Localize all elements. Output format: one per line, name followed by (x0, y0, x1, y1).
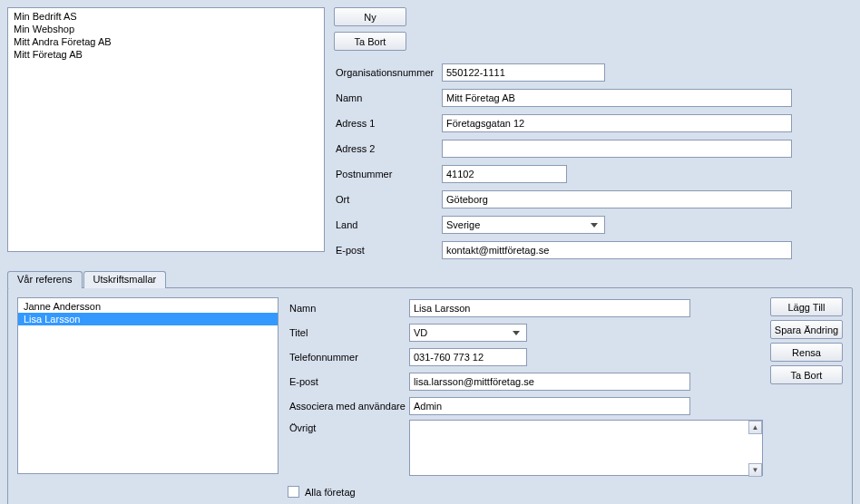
namn-input[interactable] (442, 89, 792, 107)
chevron-down-icon (513, 331, 520, 335)
label-epost: E-post (334, 245, 438, 256)
company-listbox[interactable]: Min Bedrift AS Min Webshop Mitt Andra Fö… (7, 7, 325, 252)
lagg-till-button[interactable]: Lägg Till (770, 297, 843, 316)
tab-var-referens[interactable]: Vår referens (7, 271, 83, 288)
rensa-button[interactable]: Rensa (770, 343, 843, 362)
reference-buttons: Lägg Till Spara Ändring Rensa Ta Bort (770, 297, 843, 384)
label-adress2: Adress 2 (334, 143, 438, 154)
delete-button[interactable]: Ta Bort (334, 32, 406, 51)
label-ref-epost: E-post (288, 376, 406, 387)
ref-associera-input[interactable] (409, 397, 690, 415)
label-ort: Ort (334, 194, 438, 205)
ref-telefon-input[interactable] (409, 348, 527, 366)
reference-form: Namn Titel VD Telefonnummer (288, 297, 763, 498)
label-ref-ovrigt: Övrigt (288, 420, 406, 433)
ref-epost-input[interactable] (409, 373, 690, 391)
window-root: Min Bedrift AS Min Webshop Mitt Andra Fö… (0, 0, 860, 504)
list-item[interactable]: Janne Andersson (18, 300, 278, 313)
tab-utskriftsmallar[interactable]: Utskriftsmallar (83, 271, 167, 288)
chevron-down-icon (591, 223, 598, 228)
spara-andring-button[interactable]: Spara Ändring (770, 320, 843, 339)
label-ref-namn: Namn (288, 303, 406, 314)
list-item[interactable]: Lisa Larsson (18, 313, 278, 325)
land-select-value: Sverige (446, 219, 480, 230)
alla-foretag-checkbox[interactable] (288, 486, 299, 498)
label-namn: Namn (334, 92, 438, 103)
label-postnummer: Postnummer (334, 169, 438, 179)
top-area: Min Bedrift AS Min Webshop Mitt Andra Fö… (7, 7, 853, 261)
postnummer-input[interactable] (442, 165, 567, 183)
list-item[interactable]: Mitt Andra Företag AB (8, 35, 324, 48)
new-button[interactable]: Ny (334, 7, 406, 26)
label-ref-telefon: Telefonnummer (288, 352, 406, 363)
orgnr-input[interactable] (442, 63, 605, 82)
land-select[interactable]: Sverige (442, 216, 605, 234)
ref-namn-input[interactable] (409, 299, 690, 317)
label-ref-titel: Titel (288, 327, 406, 338)
ref-titel-select[interactable]: VD (409, 324, 527, 342)
tab-area: Vår referens Utskriftsmallar Janne Ander… (7, 270, 853, 504)
reference-listbox[interactable]: Janne Andersson Lisa Larsson (17, 297, 279, 474)
ort-input[interactable] (442, 190, 792, 208)
label-alla-foretag: Alla företag (305, 487, 356, 498)
tab-strip: Vår referens Utskriftsmallar (7, 271, 853, 288)
label-ref-associera: Associera med användare (288, 401, 406, 412)
company-form-panel: Ny Ta Bort Organisationsnummer Namn Adre… (334, 7, 853, 261)
epost-input[interactable] (442, 241, 792, 259)
list-item[interactable]: Min Bedrift AS (8, 10, 324, 23)
adress2-input[interactable] (442, 140, 792, 158)
ref-ovrigt-textarea[interactable] (409, 420, 763, 476)
list-item[interactable]: Mitt Företag AB (8, 48, 324, 61)
label-land: Land (334, 219, 438, 230)
ta-bort-ref-button[interactable]: Ta Bort (770, 365, 843, 384)
tab-body: Janne Andersson Lisa Larsson Namn Titel … (7, 287, 853, 504)
adress1-input[interactable] (442, 114, 792, 132)
label-orgnr: Organisationsnummer (334, 67, 438, 78)
label-adress1: Adress 1 (334, 118, 438, 129)
ref-titel-value: VD (414, 327, 427, 338)
list-item[interactable]: Min Webshop (8, 23, 324, 35)
